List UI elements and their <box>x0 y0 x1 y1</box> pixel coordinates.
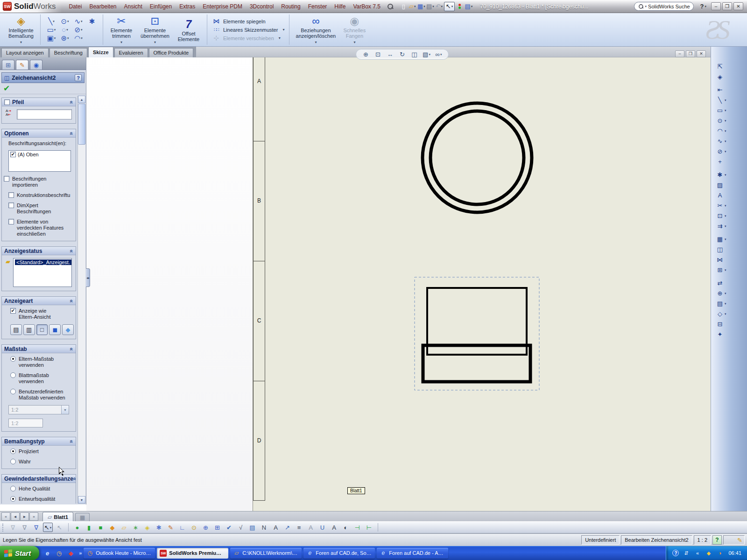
projected-option[interactable]: Projiziert <box>4 448 74 455</box>
tab-property-manager[interactable]: ✎ <box>16 60 28 70</box>
minimize-button[interactable]: – <box>711 2 721 10</box>
menu-item[interactable]: Datei <box>65 2 85 11</box>
open-icon[interactable]: ▱▾ <box>409 2 416 11</box>
filter-tables-icon[interactable]: ▤ <box>247 523 257 532</box>
slot-icon[interactable]: ▣▾ <box>45 35 57 42</box>
centerline-icon[interactable]: ✱▾ <box>716 171 747 179</box>
true-radio[interactable] <box>10 459 16 464</box>
volume-icon[interactable]: ◑ <box>716 548 724 558</box>
print-icon[interactable]: ▤▾ <box>426 2 434 11</box>
grid-icon[interactable]: ⊞▾ <box>716 266 747 274</box>
filter-notes-icon[interactable]: N <box>259 523 269 532</box>
section-view-icon[interactable]: ◫ <box>410 50 418 59</box>
display-switch-icon[interactable]: ⇵ <box>682 548 690 558</box>
trim-entities-button[interactable]: ✂ Elemente trimmen ▾ <box>108 14 135 45</box>
filter-text-icon[interactable]: A <box>271 523 281 532</box>
tab-office-produkte[interactable]: Office Produkte <box>149 48 194 57</box>
oben-checkbox[interactable]: ✔ <box>10 152 16 157</box>
shaded-button[interactable]: ◆ <box>62 324 74 335</box>
rectangle-icon[interactable]: ▭▾ <box>716 106 747 114</box>
toolbar-grip[interactable] <box>2 524 4 532</box>
tab-beschriftung[interactable]: Beschriftung <box>49 48 87 57</box>
hidden-features-checkbox[interactable] <box>8 219 14 224</box>
search-icon[interactable] <box>387 3 393 9</box>
sheet-scale-option[interactable]: Blattmaßstab verwenden <box>4 372 74 385</box>
help-bubble-icon[interactable]: ? <box>672 550 679 556</box>
filter-weld-icon[interactable]: U <box>317 523 327 532</box>
quick-snaps-icon[interactable]: ◇▾ <box>716 310 747 318</box>
filter-clear-icon[interactable]: ∇ <box>20 523 29 532</box>
collapse-chevron-icon[interactable]: « <box>69 249 75 252</box>
circular-pattern-icon[interactable]: ◌▾ <box>59 26 71 34</box>
display-state-list[interactable]: <Standard>_Anzeigest. <box>13 258 72 287</box>
linear-pattern-button[interactable]: ∷∷ Lineares Skizzenmuster ▾ <box>212 26 284 33</box>
panel-help-button[interactable]: ? <box>75 74 82 81</box>
taskbar-window-button[interactable]: eForen auf CAD.de - Ant... <box>377 548 448 559</box>
quick-snaps-button[interactable]: ◉ Schnelles Fangen ▾ <box>341 14 368 45</box>
collapse-chevron-icon[interactable]: « <box>71 477 76 480</box>
filter-planes-icon[interactable]: ◈ <box>142 523 152 532</box>
parent-scale-option[interactable]: Eltern-Maßstab verwenden <box>4 356 74 368</box>
custom-scale-option[interactable]: Benutzerdefinierten Maßstab verwenden <box>4 389 74 401</box>
construction-annotations-checkbox[interactable] <box>8 192 14 198</box>
filter-leaders-icon[interactable]: ↗ <box>282 523 292 532</box>
pfeil-checkbox[interactable] <box>4 99 10 105</box>
exit-sketch-icon[interactable]: ⇱ <box>716 63 747 70</box>
top-view-outer-circle[interactable] <box>423 103 532 212</box>
view-orientation-icon[interactable]: ▧▾ <box>423 50 430 59</box>
menu-item[interactable]: 3Dcontrol <box>246 2 277 11</box>
minimize-button[interactable]: – <box>675 50 684 57</box>
collapse-chevron-icon[interactable]: « <box>69 132 75 135</box>
filter-dimensions-icon[interactable]: ∟ <box>177 523 187 532</box>
filter-annotations-icon[interactable]: ⊙ <box>189 523 199 532</box>
first-sheet-button[interactable]: « <box>1 512 10 521</box>
select-icon[interactable]: ↖▾ <box>43 523 53 532</box>
chevron-down-icon[interactable]: ▾ <box>315 40 317 45</box>
dynamic-mirror-icon[interactable]: ⋈ <box>716 256 747 264</box>
scale-field[interactable]: 1:2 <box>8 419 43 427</box>
high-quality-radio[interactable] <box>10 486 16 491</box>
menu-item[interactable]: Einfügen <box>146 2 176 11</box>
tab-evaluieren[interactable]: Evaluieren <box>114 48 148 57</box>
previous-sheet-button[interactable]: ◄ <box>11 512 20 521</box>
taskbar-window-button[interactable]: ▱C:\KNOLL\Werknorm\Nor... <box>230 548 302 559</box>
chevron-down-icon[interactable]: ▾ <box>154 40 156 45</box>
text-icon[interactable]: A <box>716 191 747 199</box>
filter-faces-icon[interactable]: ■ <box>96 523 106 532</box>
menu-item[interactable]: Enterprise PDM <box>199 2 246 11</box>
filter-datums-icon[interactable]: ✔ <box>224 523 234 532</box>
convert-entities-button[interactable]: ⊡ Elemente übernehmen ▾ <box>139 14 171 45</box>
menu-item[interactable]: Ansicht <box>120 2 146 11</box>
filter-axes-icon[interactable]: ∗ <box>131 523 141 532</box>
point-icon[interactable]: + <box>716 158 747 166</box>
taskbar-window-button[interactable]: eForen auf CAD.de, Solid... <box>303 548 375 559</box>
collapse-chevron-icon[interactable]: « <box>69 440 75 443</box>
mirror-entities-button[interactable]: ⋈ Elemente spiegeln <box>212 18 284 25</box>
close-button[interactable]: ✕ <box>697 50 706 57</box>
taskbar-window-button[interactable]: SWSolidWorks Premium ... <box>157 548 228 559</box>
ok-check-icon[interactable]: ✔ <box>3 84 10 93</box>
zoom-fit-icon[interactable]: ⊕ <box>362 50 370 59</box>
filter-vertices-icon[interactable]: ● <box>72 523 82 532</box>
view-label-input[interactable] <box>17 109 72 119</box>
selected-display-state[interactable]: <Standard>_Anzeigest. <box>15 259 71 265</box>
update-shield-icon[interactable]: ◆ <box>705 548 712 558</box>
line-icon[interactable]: ╲▾ <box>45 18 57 25</box>
rapid-sketch-icon[interactable]: ⊟ <box>716 320 747 328</box>
hidden-lines-removed-button[interactable]: □ <box>36 324 48 335</box>
close-button[interactable]: ✕ <box>733 2 743 10</box>
pan-icon[interactable]: ↔ <box>386 50 394 59</box>
menu-item[interactable]: Bearbeiten <box>85 2 120 11</box>
parent-display-checkbox[interactable]: ✔ <box>10 308 16 314</box>
front-view-lower-rect[interactable] <box>423 345 530 382</box>
chevron-down-icon[interactable]: ▼ <box>61 406 69 414</box>
high-quality-option[interactable]: Hohe Qualität <box>4 486 74 492</box>
move-entities-icon[interactable]: ⇄ <box>716 279 747 287</box>
filter-origins-icon[interactable]: ✱ <box>154 523 164 532</box>
antivirus-icon[interactable]: ◆ <box>67 548 75 558</box>
line-icon[interactable]: ╲▾ <box>716 96 747 104</box>
collapse-chevron-icon[interactable]: « <box>69 299 75 302</box>
filter-section-icon[interactable]: ◐ <box>341 523 351 532</box>
scrollbar-thumb[interactable] <box>78 104 85 145</box>
relations-icon[interactable]: ⊕▾ <box>716 289 747 297</box>
